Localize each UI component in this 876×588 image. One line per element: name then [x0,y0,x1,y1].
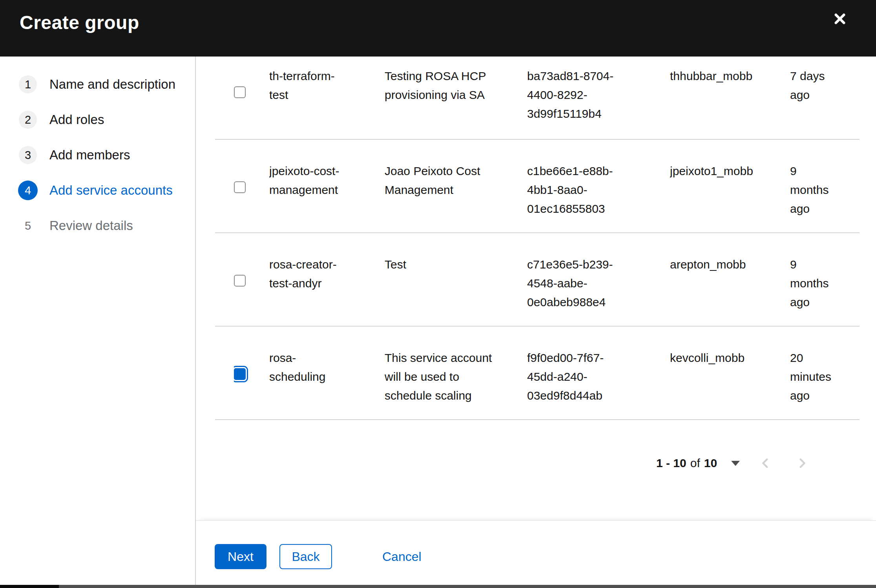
step-number: 3 [19,146,37,164]
chevron-left-icon [759,457,772,470]
step-number: 2 [19,111,37,129]
bottom-edge-bar [0,585,876,588]
cell-client-id: f9f0ed00-7f67- 45dd-a240- 03ed9f8d44ab [527,349,670,405]
cell-owner: thhubbar_mobb [670,67,790,123]
step-label: Name and description [49,77,175,92]
table-row: rosa- scheduling This service account wi… [215,327,860,420]
create-group-modal: Create group 1 Name and description 2 Ad… [0,0,876,588]
cell-created: 7 days ago [790,67,860,123]
step-item-add-members[interactable]: 3 Add members [19,145,195,165]
step-number: 1 [19,75,37,93]
chevron-right-icon [796,457,809,470]
next-button[interactable]: Next [215,544,266,569]
step-label: Add members [49,148,130,163]
cell-name: rosa- scheduling [269,349,385,405]
close-button[interactable] [827,6,852,31]
step-number: 4 [18,181,38,200]
table-row: jpeixoto-cost- management Joao Peixoto C… [215,140,860,233]
table-row: th-terraform- test Testing ROSA HCP prov… [215,57,860,140]
step-label: Add roles [49,112,104,127]
cell-name: jpeixoto-cost- management [269,162,385,218]
cell-description: This service account will be used to sch… [385,349,527,405]
cell-created: 9 months ago [790,255,860,312]
close-icon [832,11,847,26]
step-item-review-details: 5 Review details [19,216,195,236]
cell-owner: arepton_mobb [670,255,790,312]
pagination-next-button[interactable] [790,451,814,475]
pagination-prev-button[interactable] [754,451,777,475]
wizard-nav: 1 Name and description 2 Add roles 3 Add… [0,57,196,585]
cell-created: 9 months ago [790,162,860,218]
back-button[interactable]: Back [279,544,332,569]
pagination-range: 1 - 10 [656,457,686,470]
bottom-edge-dark-segment [0,585,59,588]
row-checkbox[interactable] [234,181,246,193]
cell-client-id: c1be66e1-e88b- 4bb1-8aa0- 01ec16855803 [527,162,670,218]
cancel-button[interactable]: Cancel [382,544,441,569]
row-checkbox[interactable] [234,275,246,287]
cell-owner: kevcolli_mobb [670,349,790,405]
pagination-total: 10 [704,457,717,470]
cell-owner: jpeixoto1_mobb [670,162,790,218]
step-item-add-service-accounts[interactable]: 4 Add service accounts [19,181,195,200]
cell-created: 20 minutes ago [790,349,860,405]
modal-title: Create group [20,12,139,33]
cell-client-id: ba73ad81-8704- 4400-8292- 3d99f15119b4 [527,67,670,123]
cell-description: Joao Peixoto Cost Management [385,162,527,218]
step-label: Add service accounts [49,183,173,198]
caret-down-icon [731,461,740,466]
pagination-menu-toggle[interactable]: 1 - 10of10 [656,451,740,475]
cell-name: rosa-creator- test-andyr [269,255,385,312]
service-accounts-table: th-terraform- test Testing ROSA HCP prov… [215,57,860,420]
cell-name: th-terraform- test [269,67,385,123]
pagination-of-label: of [686,457,704,470]
step-label: Review details [49,218,133,233]
row-checkbox[interactable] [234,86,246,98]
step-item-name-description[interactable]: 1 Name and description [19,75,195,94]
cell-client-id: c71e36e5-b239- 4548-aabe- 0e0abeb988e4 [527,255,670,312]
step-number: 5 [19,217,37,235]
check-icon [235,355,244,393]
wizard-footer: Next Back Cancel [196,520,876,585]
step-item-add-roles[interactable]: 2 Add roles [19,110,195,130]
modal-header: Create group [0,0,876,57]
cell-description: Test [385,255,527,312]
service-accounts-panel: th-terraform- test Testing ROSA HCP prov… [196,57,876,588]
table-row: rosa-creator- test-andyr Test c71e36e5-b… [215,233,860,327]
cell-description: Testing ROSA HCP provisioning via SA [385,67,527,123]
row-checkbox[interactable] [234,368,246,380]
